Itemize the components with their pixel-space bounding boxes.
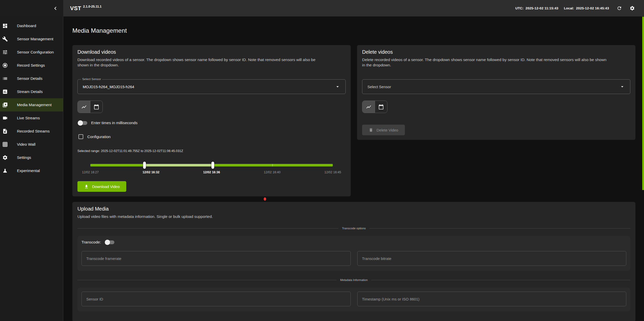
videocam-icon (2, 115, 8, 121)
page-title: Media Management (72, 27, 635, 34)
sidebar-item-label: Live Streams (17, 116, 40, 120)
sidebar-item-stream-details[interactable]: Stream Details (0, 85, 63, 98)
video-library-icon (2, 102, 8, 108)
time-range-slider: 12/02 16:2712/02 16:3212/02 16:3612/02 1… (90, 159, 333, 176)
sidebar-item-label: Dashboard (17, 24, 36, 28)
download-range-mode-group (77, 101, 103, 113)
slider-track[interactable] (90, 164, 333, 166)
slider-tick-label: 12/02 16:27 (82, 171, 99, 174)
slider-selected-range (144, 164, 213, 166)
sensor-id-input[interactable] (81, 292, 351, 306)
sidebar-item-label: Record Settings (17, 63, 45, 68)
caret-down-icon (619, 84, 625, 89)
sidebar-item-sensor-configuration[interactable]: Sensor Configuration (0, 46, 63, 59)
delete-video-button[interactable]: Delete Video (362, 125, 405, 135)
transcode-options-divider-label: Transcode options (342, 227, 366, 230)
utc-clock: UTC: 2025-12-02 11:15:43 (515, 6, 558, 10)
top-bar: VST 2.1.0-25.11.1 UTC: 2025-12-02 11:15:… (0, 0, 644, 16)
transcode-inputs-row (81, 251, 626, 266)
utc-time: 2025-12-02 11:15:43 (526, 6, 558, 10)
sidebar-item-live-streams[interactable]: Live Streams (0, 111, 63, 125)
dashboard-icon (2, 23, 8, 29)
download-videos-card: Download videos Download recorded videos… (72, 45, 351, 196)
download-card-title: Download videos (77, 49, 346, 55)
slider-tick-label: 12/02 16:45 (324, 171, 341, 174)
configuration-row: Configuration (77, 134, 346, 139)
header-settings-gear-icon[interactable] (630, 6, 635, 11)
slider-handle-end[interactable] (211, 162, 214, 169)
configuration-checkbox[interactable] (78, 134, 83, 139)
sidebar-item-record-settings[interactable]: Record Settings (0, 59, 63, 72)
sidebar-item-sensor-details[interactable]: Sensor Details (0, 72, 63, 85)
sidebar-item-experimental[interactable]: Experimental (0, 164, 63, 177)
sensor-select-label: Select Sensor (81, 78, 102, 81)
timeline-mode-button[interactable] (362, 101, 375, 113)
page-scrollbar-thumb[interactable] (642, 17, 644, 190)
tune-icon (2, 49, 8, 55)
list-icon (2, 76, 8, 81)
delete-card-title: Delete videos (362, 49, 630, 55)
configuration-label: Configuration (87, 135, 111, 139)
sidebar-item-label: Settings (17, 155, 31, 160)
refresh-icon[interactable] (617, 6, 622, 11)
metadata-information-divider: Metadata Information (77, 278, 630, 281)
caret-down-icon (335, 84, 340, 89)
ms-toggle-label: Enter times in milliseconds (91, 121, 137, 125)
delete-sensor-select[interactable]: Select Sensor (362, 79, 630, 94)
download-video-button[interactable]: Download Video (77, 181, 126, 192)
local-time: 2025-12-02 16:45:43 (576, 6, 609, 10)
sidebar-item-sensor-management[interactable]: Sensor Management (0, 32, 63, 46)
calendar-mode-button[interactable] (90, 101, 102, 113)
chart-line-icon (81, 104, 87, 110)
slider-tick-label: 12/02 16:32 (142, 171, 159, 174)
sidebar-item-video-wall[interactable]: Video Wall (0, 138, 63, 151)
trash-icon (369, 128, 373, 132)
slider-handle-start[interactable] (143, 162, 146, 169)
transcode-bitrate-input[interactable] (357, 251, 627, 266)
sidebar-item-media-management[interactable]: Media Management (0, 98, 63, 111)
sidebar-item-label: Stream Details (17, 89, 43, 94)
chart-line-icon (366, 104, 371, 110)
sidebar-item-settings[interactable]: Settings (0, 151, 63, 164)
upload-card-title: Upload Media (77, 206, 630, 212)
carousel-indicator-row (72, 196, 635, 202)
sidebar-item-recorded-streams[interactable]: Recorded Streams (0, 125, 63, 138)
slider-tick-labels: 12/02 16:2712/02 16:3212/02 16:3612/02 1… (90, 171, 333, 175)
app-header: VST 2.1.0-25.11.1 UTC: 2025-12-02 11:15:… (63, 0, 644, 16)
flask-icon (2, 168, 8, 174)
record-icon (2, 63, 8, 68)
app-name: VST (70, 5, 81, 12)
sidebar-header (0, 0, 63, 16)
app-brand: VST 2.1.0-25.11.1 (70, 5, 101, 12)
timeline-mode-button[interactable] (78, 101, 90, 113)
calendar-mode-button[interactable] (375, 101, 387, 113)
slider-mark (272, 164, 273, 166)
sensor-select-value: MOJD15-h264_MOJD15-h264 (83, 85, 134, 89)
delete-card-description: Delete recorded videos of a sensor. The … (362, 57, 608, 68)
timestamp-input[interactable] (357, 292, 627, 306)
download-icon (84, 184, 89, 189)
sidebar-item-label: Sensor Management (17, 37, 53, 41)
transcode-toggle-row: Transcode: (81, 240, 626, 244)
ms-toggle-switch[interactable] (78, 121, 87, 125)
metadata-information-divider-label: Metadata Information (340, 278, 368, 281)
local-clock: Local: 2025-12-02 16:45:43 (564, 6, 609, 10)
sidebar-item-dashboard[interactable]: Dashboard (0, 19, 63, 32)
upload-media-card: Upload Media Upload video files with met… (72, 202, 635, 321)
local-label: Local: (564, 6, 574, 10)
transcode-panel: Transcode: (77, 236, 630, 271)
upload-card-description: Upload video files with metadata informa… (77, 214, 630, 219)
sidebar-nav: DashboardSensor ManagementSensor Configu… (0, 16, 63, 321)
video-file-icon (2, 128, 8, 134)
metadata-inputs-row (81, 292, 626, 306)
carousel-dot[interactable] (264, 197, 266, 201)
sidebar-item-label: Recorded Streams (17, 129, 50, 134)
grid-icon (2, 142, 8, 147)
utc-label: UTC: (515, 6, 523, 10)
transcode-toggle-switch[interactable] (106, 240, 114, 244)
selected-range-text: Selected range: 2025-12-02T11:01:49.755Z… (77, 149, 346, 153)
transcode-framerate-input[interactable] (81, 251, 351, 266)
gear-icon (2, 155, 8, 160)
collapse-sidebar-icon[interactable] (52, 5, 59, 12)
download-sensor-select[interactable]: Select Sensor MOJD15-h264_MOJD15-h264 (77, 79, 346, 94)
